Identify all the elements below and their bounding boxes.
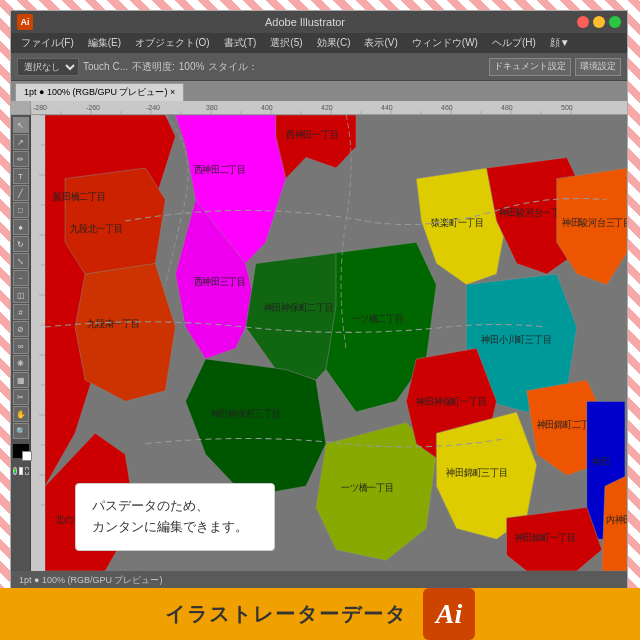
menu-edit[interactable]: 編集(E) (82, 34, 127, 52)
pen-tool[interactable]: ✏ (13, 151, 29, 167)
opacity-label: 不透明度: (132, 60, 175, 74)
menu-view[interactable]: 表示(V) (358, 34, 403, 52)
menu-file[interactable]: ファイル(F) (15, 34, 80, 52)
svg-text:西神田二丁目: 西神田二丁目 (194, 165, 246, 175)
menu-help[interactable]: ヘルプ(H) (486, 34, 542, 52)
ruler-corner (11, 101, 31, 115)
menu-effect[interactable]: 効果(C) (311, 34, 357, 52)
svg-text:420: 420 (321, 104, 333, 111)
menu-format[interactable]: 書式(T) (218, 34, 263, 52)
svg-text:500: 500 (561, 104, 573, 111)
svg-text:神田小川町三丁目: 神田小川町三丁目 (482, 335, 552, 345)
app-icon: Ai (17, 14, 33, 30)
svg-text:神田駿河台三丁目: 神田駿河台三丁目 (562, 218, 627, 228)
bottom-title: イラストレーターデータ (165, 601, 407, 628)
zoom-tool[interactable]: 🔍 (13, 423, 29, 439)
svg-text:-240: -240 (146, 104, 160, 111)
fill-color-swatch[interactable] (13, 444, 29, 458)
menu-extra[interactable]: 顔▼ (544, 34, 576, 52)
menu-select[interactable]: 選択(5) (264, 34, 308, 52)
svg-text:460: 460 (441, 104, 453, 111)
opacity-value: 100% (179, 61, 205, 72)
chart-tool[interactable]: ▦ (13, 372, 29, 388)
hand-tool[interactable]: ✋ (13, 406, 29, 422)
tab-bar: 1pt ● 100% (RGB/GPU プレビュー) × (11, 81, 627, 101)
symbol-tool[interactable]: ❋ (13, 355, 29, 371)
maximize-button[interactable] (609, 16, 621, 28)
svg-text:神田: 神田 (592, 457, 609, 467)
toolbar: 選択なし Touch C... 不透明度: 100% スタイル： ドキュメント設… (11, 53, 627, 81)
window-controls (577, 16, 621, 28)
line-tool[interactable]: ╱ (13, 185, 29, 201)
direct-select-tool[interactable]: ↗ (13, 134, 29, 150)
vertical-ruler (31, 115, 45, 571)
shape-tool[interactable]: □ (13, 202, 29, 218)
gradient-mode-btn[interactable] (19, 467, 23, 475)
svg-text:神田神保町二丁目: 神田神保町二丁目 (264, 303, 334, 313)
window-title: Adobe Illustrator (39, 16, 571, 28)
svg-rect-30 (31, 115, 45, 571)
status-text: 1pt ● 100% (RGB/GPU プレビュー) (19, 574, 162, 587)
horizontal-ruler: -280 -260 -240 380 400 420 440 460 480 5… (31, 101, 627, 115)
slice-tool[interactable]: ✂ (13, 389, 29, 405)
select-tool[interactable]: ↖ (13, 117, 29, 133)
svg-text:神田錦町一丁目: 神田錦町一丁目 (515, 533, 576, 543)
svg-text:480: 480 (501, 104, 513, 111)
env-settings-button[interactable]: 環境設定 (575, 58, 621, 76)
title-bar: Ai Adobe Illustrator (11, 11, 627, 33)
ruler-row: -280 -260 -240 380 400 420 440 460 480 5… (11, 101, 627, 115)
close-button[interactable] (577, 16, 589, 28)
svg-text:-280: -280 (33, 104, 47, 111)
ai-logo-text: Ai (436, 598, 462, 630)
warp-tool[interactable]: ~ (13, 270, 29, 286)
svg-text:一ツ橋一丁目: 一ツ橋一丁目 (341, 483, 393, 493)
svg-marker-60 (75, 263, 175, 401)
app-window: Ai Adobe Illustrator ファイル(F) 編集(E) オブジェク… (10, 10, 628, 590)
info-box: パスデータのため、 カンタンに編集できます。 (75, 483, 275, 551)
touch-label: Touch C... (83, 61, 128, 72)
info-line1: パスデータのため、 (92, 496, 258, 517)
svg-text:西神田三丁目: 西神田三丁目 (194, 276, 246, 286)
main-area: ↖ ↗ ✏ T ╱ □ ♠ ↻ ⤡ ~ ◫ # ⊘ ∞ ❋ ▦ ✂ ✋ 🔍 (11, 115, 627, 571)
doc-settings-button[interactable]: ドキュメント設定 (489, 58, 571, 76)
svg-text:神田神保町一丁目: 神田神保町一丁目 (416, 396, 486, 406)
ai-logo: Ai (423, 588, 475, 640)
selection-dropdown[interactable]: 選択なし (17, 58, 79, 76)
menu-window[interactable]: ウィンドウ(W) (406, 34, 484, 52)
svg-text:九段北一丁目: 九段北一丁目 (70, 223, 122, 233)
svg-text:内神田: 内神田 (606, 515, 627, 525)
svg-text:西神田一丁目: 西神田一丁目 (286, 130, 338, 140)
brush-tool[interactable]: ♠ (13, 219, 29, 235)
status-bar: 1pt ● 100% (RGB/GPU プレビュー) (11, 571, 627, 589)
svg-text:400: 400 (261, 104, 273, 111)
svg-text:一ツ橋二丁目: 一ツ橋二丁目 (351, 314, 403, 324)
svg-text:-260: -260 (86, 104, 100, 111)
page-background: Ai Adobe Illustrator ファイル(F) 編集(E) オブジェク… (0, 0, 640, 640)
tab-label: 1pt ● 100% (RGB/GPU プレビュー) × (24, 86, 175, 99)
document-tab[interactable]: 1pt ● 100% (RGB/GPU プレビュー) × (15, 83, 184, 101)
svg-text:神田神保町三丁目: 神田神保町三丁目 (211, 409, 281, 419)
menu-bar: ファイル(F) 編集(E) オブジェクト(O) 書式(T) 選択(5) 効果(C… (11, 33, 627, 53)
none-mode-btn[interactable] (25, 467, 29, 475)
eyedropper-tool[interactable]: ⊘ (13, 321, 29, 337)
svg-text:九段南一丁目: 九段南一丁目 (87, 319, 139, 329)
type-tool[interactable]: T (13, 168, 29, 184)
svg-text:神田錦町三丁目: 神田錦町三丁目 (446, 467, 507, 477)
bottom-label-strip: イラストレーターデータ Ai (0, 588, 640, 640)
svg-text:飯田橋二丁目: 飯田橋二丁目 (53, 192, 105, 202)
rotate-tool[interactable]: ↻ (13, 236, 29, 252)
scale-tool[interactable]: ⤡ (13, 253, 29, 269)
minimize-button[interactable] (593, 16, 605, 28)
info-line2: カンタンに編集できます。 (92, 517, 258, 538)
color-mode-buttons (13, 467, 29, 479)
color-mode-btn[interactable] (13, 467, 17, 475)
tools-panel: ↖ ↗ ✏ T ╱ □ ♠ ↻ ⤡ ~ ◫ # ⊘ ∞ ❋ ▦ ✂ ✋ 🔍 (11, 115, 31, 571)
mesh-tool[interactable]: # (13, 304, 29, 320)
canvas-area[interactable]: 九段北一丁目 飯田橋二丁目 西神田二丁目 西神田三丁目 西神田一丁目 神田神保町… (45, 115, 627, 571)
gradient-tool[interactable]: ◫ (13, 287, 29, 303)
blend-tool[interactable]: ∞ (13, 338, 29, 354)
svg-text:440: 440 (381, 104, 393, 111)
svg-text:380: 380 (206, 104, 218, 111)
menu-object[interactable]: オブジェクト(O) (129, 34, 215, 52)
style-label: スタイル： (208, 60, 258, 74)
